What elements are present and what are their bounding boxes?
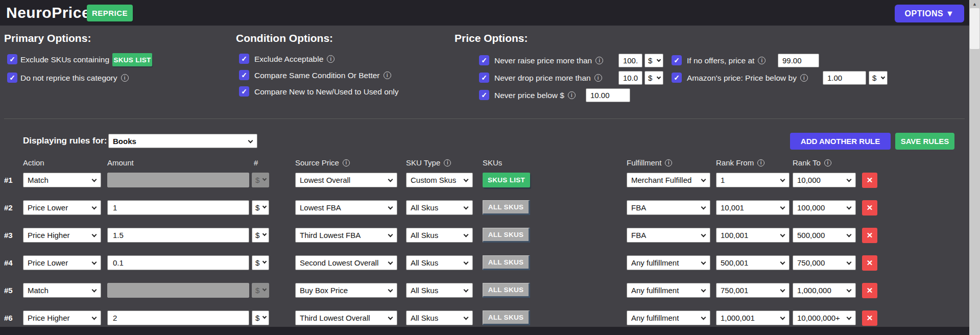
checkbox-same-condition[interactable] xyxy=(239,70,249,80)
source-price-select[interactable]: Lowest Overall xyxy=(295,173,397,187)
action-select-control[interactable]: Match xyxy=(23,283,101,297)
currency-select[interactable]: $ xyxy=(252,228,269,243)
save-rules-button[interactable]: SAVE RULES xyxy=(895,133,954,150)
info-icon[interactable] xyxy=(121,74,129,82)
category-select-control[interactable]: Books xyxy=(109,134,257,148)
info-icon[interactable] xyxy=(384,71,391,79)
raise-currency-select-control[interactable]: $ xyxy=(645,54,663,67)
never-below-input[interactable] xyxy=(586,88,630,102)
rank-to-select-control[interactable]: 750,000 xyxy=(793,256,855,270)
sku-type-select-control[interactable]: All Skus xyxy=(407,283,472,297)
currency-select-control[interactable]: $ xyxy=(252,311,269,325)
skus-list-button[interactable]: SKUS LIST xyxy=(112,53,152,66)
checkbox-never-raise[interactable] xyxy=(479,55,489,65)
checkbox-exclude-acceptable[interactable] xyxy=(239,54,249,64)
currency-select-control[interactable]: $ xyxy=(252,256,269,270)
rank-from-select-control[interactable]: 1,000,001 xyxy=(716,311,789,325)
sku-type-select-control[interactable]: All Skus xyxy=(407,311,472,325)
action-select[interactable]: Price Higher xyxy=(23,228,101,243)
never-drop-input[interactable] xyxy=(618,71,642,85)
sku-type-select[interactable]: All Skus xyxy=(406,255,473,270)
info-icon[interactable] xyxy=(594,74,602,82)
rank-from-select-control[interactable]: 10,001 xyxy=(716,201,789,214)
action-select-control[interactable]: Price Lower xyxy=(23,256,101,270)
amazon-currency-select[interactable]: $ xyxy=(869,71,888,85)
currency-select[interactable]: $ xyxy=(252,310,269,325)
rank-to-select[interactable]: 1,000,000 xyxy=(793,283,856,298)
rank-from-select[interactable]: 500,001 xyxy=(716,255,790,270)
sku-type-select[interactable]: Custom Skus xyxy=(406,173,473,187)
rank-to-select[interactable]: 500,000 xyxy=(793,228,856,243)
rank-from-select[interactable]: 100,001 xyxy=(716,228,790,243)
info-icon[interactable] xyxy=(327,55,334,63)
fulfillment-select-control[interactable]: Any fulfillment xyxy=(627,311,710,325)
rank-to-select-control[interactable]: 10,000,000+ xyxy=(793,311,855,325)
rank-from-select[interactable]: 10,001 xyxy=(716,200,790,215)
source-price-select-control[interactable]: Buy Box Price xyxy=(296,283,397,297)
info-icon[interactable] xyxy=(343,159,350,166)
sku-type-select-control[interactable]: All Skus xyxy=(407,228,472,242)
rank-from-select[interactable]: 1,000,001 xyxy=(716,310,790,325)
rank-to-select[interactable]: 10,000 xyxy=(793,173,856,187)
source-price-select[interactable]: Lowest FBA xyxy=(295,200,397,215)
fulfillment-select[interactable]: FBA xyxy=(627,228,710,243)
source-price-select-control[interactable]: Second Lowest Overall xyxy=(296,256,397,270)
source-price-select[interactable]: Third Lowest FBA xyxy=(295,228,397,243)
action-select[interactable]: Match xyxy=(23,173,101,187)
info-icon[interactable] xyxy=(824,159,831,166)
info-icon[interactable] xyxy=(568,91,576,99)
amount-input[interactable] xyxy=(107,310,249,325)
checkbox-exclude-skus[interactable] xyxy=(7,54,17,64)
info-icon[interactable] xyxy=(757,159,764,166)
raise-currency-select[interactable]: $ xyxy=(644,54,663,67)
fulfillment-select[interactable]: Any fulfillment xyxy=(627,283,710,298)
checkbox-amazon-price[interactable] xyxy=(672,73,682,83)
info-icon[interactable] xyxy=(758,57,766,64)
amount-input[interactable] xyxy=(107,200,249,215)
action-select-control[interactable]: Price Higher xyxy=(23,311,101,325)
source-price-select-control[interactable]: Lowest Overall xyxy=(296,173,397,187)
sku-type-select[interactable]: All Skus xyxy=(406,310,473,325)
sku-type-select[interactable]: All Skus xyxy=(406,283,473,298)
rank-to-select-control[interactable]: 100,000 xyxy=(793,201,855,214)
action-select[interactable]: Price Lower xyxy=(23,200,101,215)
currency-select-control[interactable]: $ xyxy=(252,201,269,214)
fulfillment-select[interactable]: Any fulfillment xyxy=(627,255,710,270)
rank-from-select[interactable]: 750,001 xyxy=(716,283,790,298)
info-icon[interactable] xyxy=(595,57,603,64)
fulfillment-select-control[interactable]: Any fulfillment xyxy=(627,256,710,270)
action-select[interactable]: Price Lower xyxy=(23,255,101,270)
action-select-control[interactable]: Match xyxy=(23,173,101,187)
source-price-select[interactable]: Third Lowest Overall xyxy=(295,310,397,325)
rank-to-select-control[interactable]: 10,000 xyxy=(793,173,855,187)
no-offers-price-input[interactable] xyxy=(778,54,819,67)
fulfillment-select[interactable]: Merchant Fulfilled xyxy=(627,173,710,187)
source-price-select[interactable]: Buy Box Price xyxy=(295,283,397,298)
rank-to-select-control[interactable]: 500,000 xyxy=(793,228,855,242)
fulfillment-select-control[interactable]: FBA xyxy=(627,201,710,214)
delete-rule-button[interactable]: ✕ xyxy=(862,173,877,188)
fulfillment-select[interactable]: Any fulfillment xyxy=(627,310,710,325)
skus-list-button[interactable]: SKUS LIST xyxy=(483,173,530,187)
checkbox-never-drop[interactable] xyxy=(479,73,489,83)
amazon-below-input[interactable] xyxy=(823,71,866,85)
checkbox-never-below[interactable] xyxy=(479,90,489,100)
source-price-select[interactable]: Second Lowest Overall xyxy=(295,255,397,270)
fulfillment-select-control[interactable]: Merchant Fulfilled xyxy=(627,173,710,187)
scrollbar-up-arrow[interactable]: ▲ xyxy=(969,0,980,8)
delete-rule-button[interactable]: ✕ xyxy=(862,255,877,271)
scrollbar-thumb[interactable] xyxy=(970,8,979,49)
amount-input[interactable] xyxy=(107,255,249,270)
action-select[interactable]: Match xyxy=(23,283,101,298)
fulfillment-select-control[interactable]: Any fulfillment xyxy=(627,283,710,297)
info-icon[interactable] xyxy=(665,159,672,166)
currency-select-control[interactable]: $ xyxy=(252,228,269,242)
delete-rule-button[interactable]: ✕ xyxy=(862,310,877,326)
checkbox-new-to-new[interactable] xyxy=(239,86,249,97)
currency-select[interactable]: $ xyxy=(252,255,269,270)
sku-type-select-control[interactable]: All Skus xyxy=(407,256,472,270)
sku-type-select-control[interactable]: All Skus xyxy=(407,201,472,214)
never-raise-input[interactable] xyxy=(618,54,642,67)
sku-type-select-control[interactable]: Custom Skus xyxy=(407,173,472,187)
vertical-scrollbar[interactable]: ▲ xyxy=(969,0,980,335)
